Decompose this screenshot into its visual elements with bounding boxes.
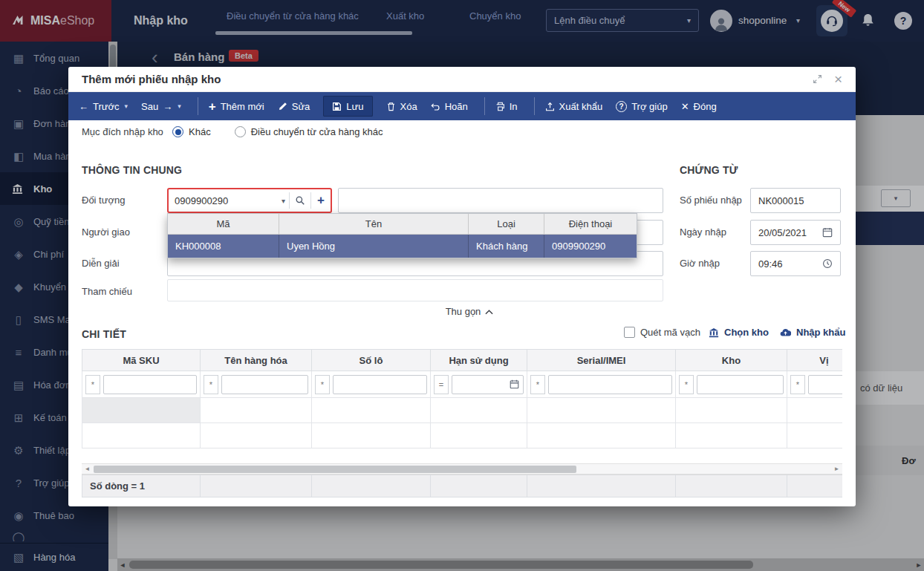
col-so-lo: Số lô: [312, 349, 431, 371]
dropdown-result-row[interactable]: KH000008 Uyen Hồng Khách hàng 0909900290: [168, 235, 637, 258]
col-kho: Kho: [676, 349, 787, 371]
filter-location-input[interactable]: [809, 376, 842, 394]
dropdown-col-dien-thoai: Điện thoại: [544, 214, 637, 235]
table-row[interactable]: [82, 398, 842, 423]
export-icon: [545, 102, 555, 111]
close-button[interactable]: ✕Đóng: [681, 101, 717, 112]
expand-icon[interactable]: [813, 74, 822, 84]
partner-dropdown: Mã Tên Loại Điện thoại KH000008 Uyen Hồn…: [167, 213, 637, 258]
col-serial-imei: Serial/IMEI: [527, 349, 676, 371]
radio-option-khac[interactable]: Khác: [172, 126, 211, 137]
close-icon[interactable]: ×: [834, 72, 842, 86]
print-button[interactable]: In: [495, 101, 518, 112]
dropdown-header-row: Mã Tên Loại Điện thoại: [168, 214, 637, 235]
partner-combobox-value: 0909900290: [169, 195, 278, 206]
nguoi-giao-label: Người giao: [82, 226, 130, 238]
printer-icon: [495, 102, 505, 111]
calendar-icon[interactable]: [510, 379, 519, 389]
filter-op[interactable]: *: [315, 375, 330, 394]
calendar-icon[interactable]: [822, 227, 833, 238]
dropdown-col-ten: Tên: [279, 214, 469, 235]
next-button[interactable]: Sau→▾: [141, 101, 181, 112]
filter-expiry-input[interactable]: [452, 376, 510, 394]
chevron-up-icon: [485, 309, 493, 315]
new-receipt-modal: Thêm mới phiếu nhập kho × ←Trước▾ Sau→▾ …: [68, 67, 856, 506]
filter-name-input[interactable]: [222, 376, 308, 394]
partner-combobox[interactable]: 0909900290 ▾ +: [167, 188, 332, 213]
radio-unchecked-icon[interactable]: [235, 126, 246, 137]
toolbar-separator: [484, 97, 485, 115]
filter-op[interactable]: *: [85, 375, 100, 394]
search-icon[interactable]: [290, 195, 310, 206]
doi-tuong-label: Đối tượng: [82, 195, 125, 206]
section-general: THÔNG TIN CHUNG: [82, 164, 182, 176]
export-button[interactable]: Xuất khẩu: [545, 101, 603, 112]
toolbar-separator: [198, 97, 198, 115]
undo-icon: [431, 102, 440, 111]
checkbox-icon[interactable]: [624, 327, 635, 338]
add-new-button[interactable]: +Thêm mới: [209, 100, 264, 113]
col-ten-hang-hoa: Tên hàng hóa: [201, 349, 312, 371]
section-detail: CHI TIẾT: [82, 328, 126, 340]
delete-button[interactable]: Xóa: [386, 101, 417, 112]
plus-icon: +: [209, 100, 216, 113]
modal-title: Thêm mới phiếu nhập kho: [82, 73, 801, 85]
table-row[interactable]: [82, 423, 842, 448]
gio-nhap-label: Giờ nhập: [680, 258, 720, 269]
cell-type: Khách hàng: [469, 235, 544, 258]
chevron-down-icon[interactable]: ▾: [278, 197, 289, 205]
cell-phone: 0909900290: [544, 235, 637, 258]
filter-op[interactable]: *: [790, 375, 805, 394]
scroll-left-arrow-icon[interactable]: ◄: [82, 464, 93, 474]
receipt-number-input[interactable]: NK000015: [750, 188, 841, 213]
help-circle-icon: ?: [616, 101, 627, 112]
warehouse-icon: [709, 327, 719, 338]
chevron-down-icon: ▾: [178, 102, 181, 110]
chevron-down-icon: ▾: [125, 102, 128, 110]
import-button[interactable]: Nhập khẩu: [780, 327, 845, 338]
save-icon: [332, 102, 342, 111]
dropdown-col-ma: Mã: [168, 214, 279, 235]
filter-op[interactable]: *: [204, 375, 218, 394]
radio-option-dieu-chuyen[interactable]: Điều chuyển từ cửa hàng khác: [235, 126, 383, 137]
close-x-icon: ✕: [681, 101, 689, 112]
toolbar-separator: [534, 97, 535, 115]
save-button[interactable]: Lưu: [323, 96, 372, 117]
purpose-row: Mục đích nhập kho Khác Điều chuyển từ cử…: [82, 126, 399, 137]
prev-button[interactable]: ←Trước▾: [79, 101, 128, 112]
filter-op[interactable]: *: [530, 375, 545, 394]
scan-barcode-option[interactable]: Quét mã vạch: [624, 327, 700, 338]
table-scrollbar-thumb[interactable]: [94, 466, 576, 473]
col-vi-tri: Vị: [787, 349, 842, 371]
time-input[interactable]: 09:46: [750, 251, 841, 276]
filter-lot-input[interactable]: [334, 376, 426, 394]
filter-op[interactable]: *: [679, 375, 694, 394]
date-input[interactable]: 20/05/2021: [750, 220, 841, 245]
cell-code: KH000008: [168, 235, 279, 258]
reference-input[interactable]: [167, 279, 663, 301]
filter-sku-input[interactable]: [104, 376, 196, 394]
filter-serial-input[interactable]: [549, 376, 671, 394]
undo-button[interactable]: Hoãn: [431, 101, 468, 112]
scroll-right-arrow-icon[interactable]: ►: [831, 464, 842, 474]
detail-table-filter-row: * * * = * * *: [82, 371, 842, 398]
toolbar-help-button[interactable]: ?Trợ giúp: [616, 101, 668, 112]
col-han-su-dung: Hạn sử dụng: [431, 349, 527, 371]
clock-icon[interactable]: [822, 258, 833, 269]
add-partner-button[interactable]: +: [311, 193, 331, 208]
col-ma-sku: Mã SKU: [82, 349, 201, 371]
arrow-right-icon: →: [163, 101, 172, 112]
detail-table-header: Mã SKU Tên hàng hóa Số lô Hạn sử dụng Se…: [82, 349, 842, 371]
filter-op[interactable]: =: [434, 375, 449, 394]
arrow-left-icon: ←: [79, 101, 88, 112]
modal-toolbar: ←Trước▾ Sau→▾ +Thêm mới Sửa Lưu Xóa Hoãn…: [68, 92, 856, 120]
edit-button[interactable]: Sửa: [278, 101, 310, 112]
partner-name-input[interactable]: [338, 188, 663, 213]
choose-warehouse-button[interactable]: Chọn kho: [709, 327, 769, 338]
radio-checked-icon[interactable]: [172, 126, 183, 137]
filter-warehouse-input[interactable]: [697, 376, 783, 394]
collapse-toggle[interactable]: Thu gọn: [425, 306, 514, 317]
dien-giai-label: Diễn giải: [82, 258, 120, 269]
detail-table: Mã SKU Tên hàng hóa Số lô Hạn sử dụng Se…: [82, 349, 842, 497]
table-horizontal-scrollbar[interactable]: ◄ ►: [82, 463, 842, 474]
